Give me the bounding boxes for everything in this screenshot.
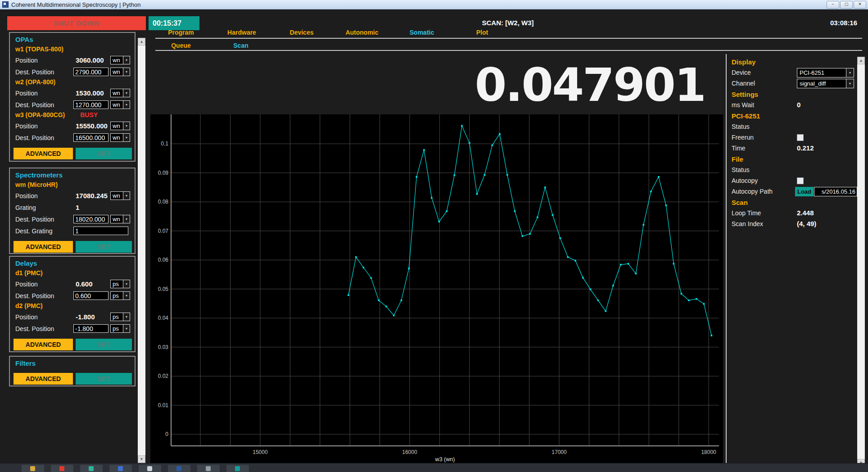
button-row: ADVANCEDSET — [10, 148, 135, 159]
units-dropdown[interactable]: wn▼ — [110, 191, 130, 200]
data-point-marker — [560, 237, 561, 239]
menu-item-somatic[interactable]: Somatic — [410, 29, 434, 36]
hardware-row: Position17080.245wn▼ — [10, 191, 135, 202]
destination-input[interactable] — [73, 291, 108, 300]
tab-queue[interactable]: Queue — [171, 42, 191, 49]
units-dropdown[interactable]: ps▼ — [110, 280, 130, 288]
app-icon — [2, 1, 9, 8]
data-point-marker — [446, 210, 448, 212]
taskbar-item[interactable] — [80, 465, 103, 472]
advanced-button[interactable]: ADVANCED — [14, 148, 73, 159]
x-tick-label: 16000 — [402, 449, 417, 455]
scroll-up-icon[interactable]: ▲ — [138, 38, 145, 45]
advanced-button[interactable]: ADVANCED — [14, 339, 73, 350]
panel-row-scan: Scan — [726, 197, 857, 208]
section-delays: Delaysd1 (PMC)Position0.600ps▼Dest. Posi… — [9, 256, 136, 352]
y-tick-label: 0 — [165, 431, 168, 437]
destination-input[interactable] — [73, 215, 108, 223]
data-point-marker — [431, 197, 433, 199]
freerun-checkbox[interactable] — [797, 134, 804, 141]
taskbar-item[interactable] — [22, 465, 44, 472]
row-label: Device — [732, 69, 751, 76]
row-label: Position — [15, 90, 38, 97]
data-point-marker — [711, 335, 713, 336]
units-dropdown[interactable]: wn▼ — [110, 215, 130, 223]
position-value: 3060.000 — [76, 56, 104, 64]
menu-item-devices[interactable]: Devices — [290, 29, 314, 36]
chevron-down-icon: ▼ — [123, 313, 130, 321]
units-dropdown[interactable]: wn▼ — [110, 56, 130, 64]
hardware-name: w1 (TOPAS-800) — [10, 45, 135, 55]
menu-item-hardware[interactable]: Hardware — [227, 29, 256, 36]
set-button[interactable]: SET — [76, 148, 132, 159]
hardware-row: Dest. Positionwn▼ — [10, 67, 135, 78]
data-point-marker — [590, 289, 592, 290]
taskbar-app-icon — [118, 466, 123, 471]
units-dropdown[interactable]: wn▼ — [110, 122, 130, 130]
selected-value: signal_diff — [797, 79, 846, 88]
set-button[interactable]: SET — [76, 373, 132, 385]
panel-row-display: Display — [726, 57, 857, 68]
taskbar-item[interactable] — [51, 465, 73, 472]
units-dropdown[interactable]: wn▼ — [110, 100, 130, 109]
right-scrollbar[interactable]: ▲ ▼ — [857, 57, 865, 467]
panel-row-loop-time: Loop Time2.448 — [726, 208, 857, 219]
scan-plot[interactable]: 00.010.020.030.040.050.060.070.080.090.1… — [150, 114, 723, 463]
units-dropdown[interactable]: ps▼ — [110, 291, 130, 300]
autocopy-checkbox[interactable] — [797, 177, 804, 184]
menu-item-program[interactable]: Program — [168, 29, 194, 36]
set-button[interactable]: SET — [76, 339, 132, 350]
taskbar-item[interactable] — [197, 465, 220, 472]
row-label: Dest. Position — [15, 101, 54, 109]
chevron-down-icon: ▼ — [123, 101, 130, 109]
units-value: ps — [111, 313, 123, 321]
scroll-up-icon[interactable]: ▲ — [857, 57, 865, 64]
load-button[interactable]: Load — [795, 187, 814, 196]
y-tick-label: 0.04 — [158, 315, 169, 321]
taskbar-item[interactable] — [168, 465, 190, 472]
tab-scan[interactable]: Scan — [233, 42, 248, 49]
hardware-name: d1 (PMC) — [10, 269, 135, 279]
menu-item-plot[interactable]: Plot — [476, 29, 488, 36]
panel-row-pci-6251: PCI-6251 — [726, 111, 857, 122]
windows-taskbar[interactable] — [0, 463, 868, 472]
units-dropdown[interactable]: wn▼ — [110, 133, 130, 142]
x-tick-label: 15000 — [253, 449, 268, 455]
hardware-label: w2 (OPA-800) — [15, 78, 55, 86]
advanced-button[interactable]: ADVANCED — [14, 373, 73, 385]
destination-input[interactable] — [73, 100, 108, 109]
destination-input[interactable] — [73, 68, 108, 76]
destination-input[interactable] — [73, 324, 108, 333]
menu-item-autonomic[interactable]: Autonomic — [345, 29, 378, 36]
destination-input[interactable] — [73, 227, 128, 235]
units-dropdown[interactable]: wn▼ — [110, 68, 130, 76]
units-dropdown[interactable]: ps▼ — [110, 313, 130, 321]
close-button[interactable]: ✕ — [854, 1, 866, 9]
panel-row-device: DevicePCI-6251▼ — [726, 68, 857, 78]
left-scrollbar[interactable]: ▲ ▼ — [138, 38, 145, 463]
autocopy-path-input[interactable] — [814, 187, 857, 196]
taskbar-item[interactable] — [226, 465, 249, 472]
units-dropdown[interactable]: ps▼ — [110, 324, 130, 333]
hardware-row: Position0.600ps▼ — [10, 279, 135, 290]
set-button[interactable]: SET — [76, 241, 132, 253]
destination-input[interactable] — [73, 133, 108, 142]
shutdown-button[interactable]: SHUT DOWN — [7, 16, 146, 30]
hardware-row: Dest. Positionps▼ — [10, 290, 135, 302]
maximize-button[interactable]: ▢ — [840, 1, 853, 9]
data-point-marker — [461, 125, 463, 127]
advanced-button[interactable]: ADVANCED — [14, 241, 73, 253]
scan-status-label: SCAN: [W2, W3] — [458, 19, 557, 27]
device-select[interactable]: PCI-6251▼ — [797, 68, 854, 77]
data-point-marker — [499, 133, 501, 135]
scroll-down-icon[interactable]: ▼ — [138, 455, 145, 463]
units-dropdown[interactable]: wn▼ — [110, 89, 130, 97]
button-row: ADVANCEDSET — [10, 373, 135, 385]
taskbar-item[interactable] — [109, 465, 132, 472]
row-label: Position — [15, 123, 38, 130]
taskbar-item[interactable] — [139, 465, 161, 472]
channel-select[interactable]: signal_diff▼ — [797, 79, 854, 88]
minimize-button[interactable]: – — [827, 1, 839, 9]
selected-value: PCI-6251 — [797, 68, 846, 77]
data-point-marker — [393, 315, 395, 317]
